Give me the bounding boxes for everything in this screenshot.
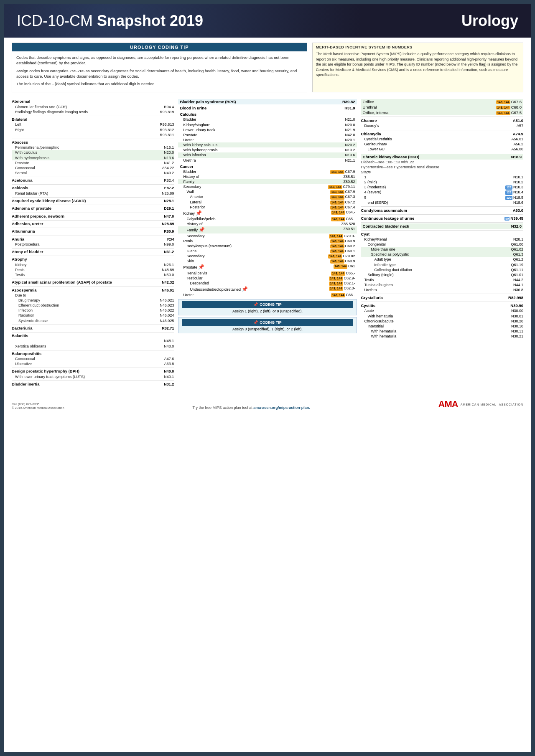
mips-box: MERIT-BASED INCENTIVE SYSTEM ID NUMBERS … [312, 43, 523, 92]
mips-header: MERIT-BASED INCENTIVE SYSTEM ID NUMBERS [313, 43, 523, 50]
badge: 143, 144 [331, 293, 345, 297]
diag-sub: With lower urinary tract symptoms (LUTS)… [12, 374, 174, 379]
diag-group-bph: Benign prostatic hypertrophy (BPH) N40.0… [12, 369, 174, 379]
footer: Call (800) 621-8335 © 2019 American Medi… [4, 396, 531, 413]
diag-sub: Xerotica obliteransN48.0 [12, 344, 174, 349]
coding-tip-body: Codes that describe symptoms and signs, … [12, 51, 307, 92]
diag-group-adherent: Adherent prepuce, newborn N47.0 [12, 214, 174, 219]
diag-sub: Renal tubular (RTA)N25.89 [12, 191, 174, 196]
diag-group-asap: Atypical small acinar proliferation (ASA… [12, 280, 174, 285]
diag-group-azoospermia: Azoospermia N46.01 Due to Drug therapyN4… [12, 288, 174, 323]
diag-sub: KidneyN26.1 [12, 262, 174, 267]
diag-group-balanoposthitis: Balanoposthitis GonococcalA47.6 Ulcerati… [12, 351, 174, 367]
diag-sub: UlcerativeA63.8 [12, 361, 174, 366]
coding-tip-box: UROLOGY CODING TIP Codes that describe s… [12, 43, 307, 92]
diag-sub: Efferent duct obstructionN46.023 [12, 303, 174, 308]
diag-sub: Perirenal/renal/perinephricN15.1 [12, 145, 174, 150]
diag-sub: Systemic diseaseN46.025 [12, 318, 174, 323]
diag-group-atony: Atony of bladder N31.2 [12, 249, 174, 254]
diag-sub: With calculusN20.0 [12, 150, 174, 155]
ama-sub1: AMERICAN MEDICAL [461, 403, 497, 406]
diag-sub: RadiationN46.024 [12, 313, 174, 318]
badge: 143, 144 [331, 211, 345, 215]
diag-main-abnormal: Abnormal [12, 99, 174, 104]
three-col: Abnormal Glomerular filtration rate (GFR… [12, 99, 523, 388]
badge: 143, 144 [496, 111, 510, 115]
diag-sub: Due to [12, 293, 174, 298]
diag-sub: Glomerular filtration rate (GFR)R94.4 [12, 104, 174, 109]
mid-entry-blood: Blood in urine R31.9 [178, 105, 357, 111]
badge-blue: 50 [504, 217, 510, 221]
badge: 143, 144 [330, 259, 344, 264]
mid-entry-cancer: Cancer Bladder 143, 144C67.9 History ofZ… [178, 164, 357, 298]
diag-sub: PostproceduralN99.0 [12, 242, 174, 247]
diag-group-bacteriuria: Bacteriuria R82.71 [12, 326, 174, 331]
right-entry-chlamydia: ChlamydiaA74.9 Cystitis/urethritisA56.01… [361, 131, 523, 152]
right-entry-cyst: Cyst Kidney/RenalN28.1 CongenitalQ61.00 … [361, 231, 523, 293]
footer-left: Call (800) 621-8335 © 2019 American Medi… [12, 402, 64, 410]
badge: 143, 144 [330, 249, 344, 254]
right-entry-orifice: Orifice 143, 144C67.6 Urethral 143, 144C… [361, 99, 523, 115]
right-col: Orifice 143, 144C67.6 Urethral 143, 144C… [361, 99, 523, 340]
diag-sub: InfectionN46.022 [12, 308, 174, 313]
mid-entry-bps: Bladder pain syndrome (BPS) R39.82 [178, 99, 357, 104]
badge: 143, 144 [496, 106, 510, 109]
diag-group-abnormal: Abnormal Glomerular filtration rate (GFR… [12, 99, 174, 114]
diag-group-abscess: Abscess Perirenal/renal/perinephricN15.1… [12, 140, 174, 175]
mid-col: Bladder pain syndrome (BPS) R39.82 Blood… [178, 99, 357, 335]
diag-group-atrophy: Atrophy KidneyN26.1 PenisN48.89 TestisN5… [12, 257, 174, 277]
diag-sub: Radiology findings diagnostic imaging te… [12, 109, 174, 114]
top-section: UROLOGY CODING TIP Codes that describe s… [12, 43, 523, 92]
badge: 143, 144 [330, 244, 344, 249]
diag-sub: With hydronephrosisN13.6 [12, 155, 174, 160]
badge-143-144: 143, 144 [330, 170, 344, 174]
left-col: Abnormal Glomerular filtration rate (GFR… [12, 99, 174, 388]
footer-ama-logo: AMA AMERICAN MEDICAL ASSOCIATION [438, 399, 523, 410]
diag-sub: TestisN50.0 [12, 272, 174, 277]
diag-group-acidosis: Acidosis E87.2 Renal tubular (RTA)N25.89 [12, 185, 174, 195]
diag-sub: N48.1 [12, 338, 174, 343]
badge: 143, 144 [329, 234, 343, 238]
diag-sub: PenisN48.89 [12, 267, 174, 272]
right-entry-ckd: Chronic kidney disease (CKD) N18.9 Diabe… [361, 154, 523, 205]
coding-tip-p1: Codes that describe symptoms and signs, … [16, 55, 303, 66]
coding-tip-inline-header-1: 📌CODING TIP [182, 301, 353, 308]
header-title: ICD-10-CM Snapshot 2019 [17, 12, 203, 30]
title-light: ICD-10-CM [17, 12, 97, 29]
badge-blue: 122 [505, 196, 512, 200]
diag-group-balanitis: Balanitis N48.1 Xerotica obliteransN48.0 [12, 333, 174, 349]
footer-center: Try the free MIPS action plan tool at am… [192, 406, 310, 410]
diag-group-ackd: Acquired cystic kidney disease (ACKD) N2… [12, 198, 174, 203]
main-content: UROLOGY CODING TIP Codes that describe s… [4, 38, 531, 393]
right-entry-contracted: Contracted bladder neckN32.0 [361, 223, 523, 229]
mid-entry-calculus: Calculus BladderN21.0 Kidney/staghornN20… [178, 112, 357, 162]
coding-tip-p2: Assign codes from categories Z55-Z65 as … [16, 68, 303, 79]
badge: 143, 144 [330, 190, 344, 194]
diag-group-adhesion: Adhesion, ureter N28.89 [12, 221, 174, 226]
diag-sub: Drug therapyN46.021 [12, 298, 174, 303]
diag-sub: GonococcalA54.22 [12, 165, 174, 170]
badge: 143, 144 [329, 277, 343, 281]
diag-sub: R93.811 [12, 132, 174, 137]
right-entry-chancre: ChancreA51.0 Ducrey'sA57 [361, 118, 523, 128]
right-entry-crystalluria: CrystalluriaR82.998 [361, 295, 523, 300]
diag-sub: ScrotalN49.2 [12, 170, 174, 175]
ama-sub2: ASSOCIATION [499, 403, 523, 406]
badge: 143, 144 [328, 185, 342, 189]
badge: 143, 144 [330, 200, 344, 205]
coding-tip-header: UROLOGY CODING TIP [12, 43, 307, 51]
badge: 143, 144 [329, 282, 343, 286]
header-specialty: Urology [461, 12, 518, 30]
diag-group-bladder-inertia: Bladder inertia N31.2 [12, 382, 174, 387]
diag-group-bilateral: Bilateral LeftR93.813 RightR93.812 R93.8… [12, 117, 174, 137]
right-entry-leakage: Continuous leakage of urine 50N39.45 [361, 216, 523, 221]
badge: 143, 144 [330, 205, 344, 210]
coding-tip-inline-body-1: Assign 1 (right), 2 (left), or 9 (unspec… [182, 309, 353, 313]
title-bold: Snapshot 2019 [97, 12, 203, 29]
coding-tip-p3: The inclusion of the – [dash] symbol ind… [16, 81, 303, 86]
ama-text: AMA [438, 399, 458, 410]
badge: 143, 144 [330, 239, 344, 244]
badge: 143, 144 [330, 195, 344, 199]
diag-group-adenoma: Adenoma of prostate D29.1 [12, 206, 174, 211]
badge: 143, 144 [328, 254, 342, 259]
